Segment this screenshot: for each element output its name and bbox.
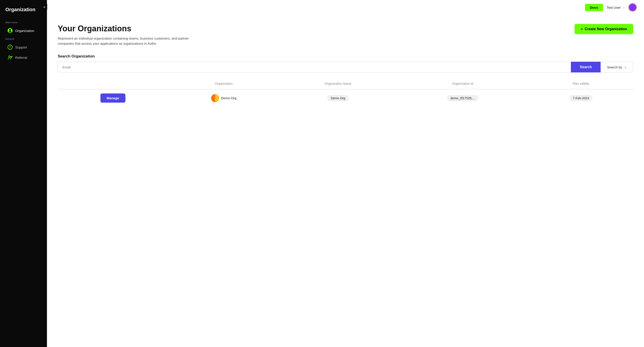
col-header-org-name: Organization Name: [280, 79, 397, 89]
sidebar-section-general: General: [0, 36, 47, 42]
search-input[interactable]: [58, 62, 571, 72]
user-name: Test User: [607, 6, 621, 10]
table-cell-plan-validity: 7-Feb-2024: [528, 89, 633, 107]
sidebar-title: Organization: [0, 4, 47, 19]
support-icon: [8, 45, 12, 50]
sidebar-item-referral[interactable]: Referral: [2, 53, 45, 62]
org-display-name: Demo Org: [221, 96, 236, 100]
sidebar-item-label: Organization: [15, 29, 34, 33]
table-cell-org-name: Demo Org: [280, 89, 397, 107]
search-section: Search Organization Search Search by ⌄: [58, 54, 633, 72]
table-header-row: Organization Organization Name Organizat…: [58, 79, 633, 89]
org-name-badge: Demo Org: [327, 95, 349, 101]
search-row: Search Search by ⌄: [58, 62, 633, 72]
col-header-actions: [58, 79, 168, 89]
table-row: Manage Demo Org Demo Org demo_0f1752fc..…: [58, 89, 633, 107]
avatar[interactable]: [628, 3, 637, 12]
topbar: Docs Test User ⌄: [47, 0, 644, 15]
table-header: Organization Organization Name Organizat…: [58, 79, 633, 89]
sidebar-item-support[interactable]: Support: [2, 42, 45, 52]
referral-icon: [8, 55, 12, 60]
chevron-down-icon: ⌄: [624, 65, 627, 69]
docs-button[interactable]: Docs: [585, 4, 603, 11]
col-header-organization: Organization: [168, 79, 280, 89]
sidebar-collapse-button[interactable]: «: [42, 4, 47, 10]
plan-validity-badge: 7-Feb-2024: [569, 95, 592, 101]
search-button[interactable]: Search: [571, 62, 600, 72]
sidebar-item-organization[interactable]: Organization: [2, 26, 45, 35]
svg-point-1: [11, 56, 12, 58]
sidebar: « Organization Main menu Organization Ge…: [0, 0, 47, 347]
sidebar-item-label: Support: [15, 46, 27, 49]
org-name-cell: Demo Org: [172, 94, 276, 102]
main-content: Docs Test User ⌄ Your Organizations Repr…: [47, 0, 644, 347]
col-header-plan-validity: Plan validity: [528, 79, 633, 89]
create-org-label: Create New Organization: [585, 27, 627, 31]
collapse-icon: «: [44, 5, 46, 9]
org-icon: [8, 28, 12, 33]
table-cell-manage: Manage: [58, 89, 168, 107]
search-by-button[interactable]: Search by ⌄: [600, 62, 633, 72]
table-cell-org-id: demo_0f1752fc...: [396, 89, 528, 107]
sidebar-section-main: Main menu: [0, 19, 47, 26]
col-header-org-id: Organization Id: [396, 79, 528, 89]
search-section-label: Search Organization: [58, 54, 633, 58]
manage-button[interactable]: Manage: [100, 94, 126, 102]
create-org-button[interactable]: + Create New Organization: [574, 24, 633, 34]
plus-icon: +: [581, 27, 583, 31]
chevron-down-icon: ⌄: [622, 6, 625, 9]
organizations-table: Organization Organization Name Organizat…: [58, 79, 633, 107]
search-by-label: Search by: [607, 65, 622, 69]
page-header: Your Organizations Represent an individu…: [58, 24, 633, 46]
user-menu[interactable]: Test User ⌄: [607, 6, 625, 10]
page-title: Your Organizations: [58, 24, 192, 33]
sidebar-item-label: Referral: [15, 56, 27, 60]
table-body: Manage Demo Org Demo Org demo_0f1752fc..…: [58, 89, 633, 107]
table-cell-org: Demo Org: [168, 89, 280, 107]
page-description: Represent an individual organization con…: [58, 36, 192, 46]
org-logo: [211, 94, 219, 102]
page-content: Your Organizations Represent an individu…: [47, 15, 644, 347]
svg-point-0: [9, 56, 10, 58]
org-id-badge: demo_0f1752fc...: [447, 95, 478, 101]
page-header-text: Your Organizations Represent an individu…: [58, 24, 192, 46]
